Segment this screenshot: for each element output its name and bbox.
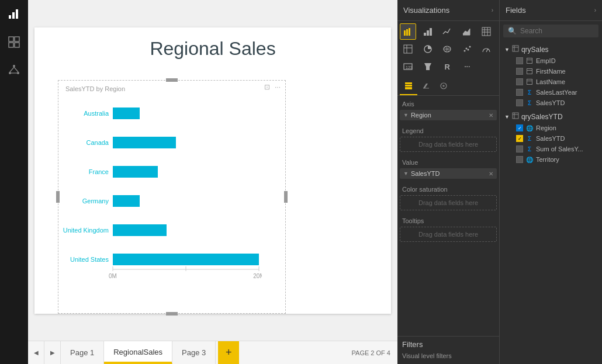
svg-marker-55 [424, 63, 431, 70]
svg-rect-6 [15, 43, 19, 47]
viz-icon-line[interactable] [439, 23, 455, 40]
checkbox-empid[interactable] [516, 57, 523, 64]
more-icon[interactable]: ··· [275, 83, 281, 91]
fields-panel-header: Fields › [500, 0, 602, 21]
tree-item-salesytd-qrysalesytd[interactable]: ✓ Σ SalesYTD [502, 133, 600, 144]
axis-chip-remove[interactable]: ✕ [489, 112, 493, 119]
fields-search[interactable]: 🔍 [503, 25, 598, 37]
right-panels: Visualizations › [397, 0, 602, 364]
svg-text:Australia: Australia [84, 110, 109, 117]
tree-group-qrysalesytd-header[interactable]: ▼ qrySalesYTD [502, 110, 600, 123]
viz-tab-analytics[interactable] [435, 79, 452, 95]
svg-rect-4 [15, 37, 19, 41]
color-saturation-section: Color saturation Drag data fields here [400, 183, 497, 210]
search-icon: 🔍 [508, 27, 517, 35]
bar-chart-svg: Australia Canada France Germany United K… [63, 97, 262, 278]
tree-group-qrysales-header[interactable]: ▼ qrySales [502, 43, 600, 56]
svg-rect-58 [405, 87, 412, 89]
svg-rect-14 [113, 108, 140, 119]
canvas-area: Regional Sales ⊡ ··· SalesYTD by Region … [28, 0, 397, 341]
checkbox-territory[interactable] [516, 156, 523, 163]
svg-rect-0 [9, 15, 11, 19]
filters-section: Filters Visual level filters [397, 336, 499, 364]
checkbox-sumofsalesy[interactable] [516, 145, 523, 152]
tree-item-salesytd-qrysales[interactable]: Σ SalesYTD [502, 98, 600, 108]
fields-panel-title: Fields [506, 6, 526, 15]
report-title: Regional Sales [34, 27, 391, 64]
checkbox-region[interactable]: ✓ [516, 124, 523, 131]
resize-left[interactable] [56, 191, 60, 203]
svg-rect-3 [9, 37, 13, 41]
table-icon-empid [525, 57, 534, 65]
tab-next-button[interactable]: ▶ [44, 341, 61, 364]
svg-rect-42 [404, 45, 412, 53]
chart-container[interactable]: ⊡ ··· SalesYTD by Region Australia Canad… [58, 80, 286, 314]
bottom-tabs: ◀ ▶ Page 1 RegionalSales Page 3 + PAGE 2… [28, 341, 397, 364]
svg-rect-57 [405, 85, 412, 86]
tree-item-firstname[interactable]: FirstName [502, 66, 600, 77]
chip-arrow-icon: ▼ [403, 112, 409, 118]
fields-chevron-icon[interactable]: › [594, 7, 596, 13]
viz-icon-column[interactable] [420, 23, 436, 40]
value-field-chip[interactable]: ▼ SalesYTD ✕ [400, 168, 497, 179]
bar-chart-nav-icon[interactable] [5, 5, 23, 23]
svg-point-61 [443, 85, 444, 86]
viz-chevron-icon[interactable]: › [492, 7, 493, 13]
viz-panel-header: Visualizations › [397, 0, 499, 21]
color-saturation-drag-area[interactable]: Drag data fields here [400, 195, 497, 210]
tab-page3[interactable]: Page 3 [172, 341, 216, 364]
svg-rect-20 [113, 195, 140, 207]
search-input[interactable] [520, 27, 602, 35]
tree-item-sumofsalesy[interactable]: Σ Sum of SalesY... [502, 144, 600, 154]
grid-nav-icon[interactable] [5, 33, 23, 51]
tree-item-lastname[interactable]: LastName [502, 77, 600, 87]
viz-icon-funnel[interactable] [420, 58, 436, 75]
viz-icon-map[interactable] [439, 41, 455, 57]
network-nav-icon[interactable] [5, 61, 23, 79]
viz-icons-grid: 123 R ··· [397, 21, 499, 77]
tab-regionalsales[interactable]: RegionalSales [104, 341, 172, 364]
tree-item-empid[interactable]: EmpID [502, 56, 600, 66]
tree-item-saleslastyear[interactable]: Σ SalesLastYear [502, 87, 600, 98]
expand-icon[interactable]: ⊡ [264, 83, 270, 91]
checkbox-salesytd-qrysalesytd[interactable]: ✓ [516, 135, 523, 142]
value-field-value: SalesYTD [411, 170, 489, 177]
tab-page1[interactable]: Page 1 [61, 341, 104, 364]
tab-add-button[interactable]: + [218, 341, 239, 364]
svg-point-49 [465, 48, 467, 50]
viz-icon-r[interactable]: R [439, 58, 455, 75]
tab-prev-button[interactable]: ◀ [28, 341, 44, 364]
resize-top[interactable] [166, 78, 178, 82]
checkbox-saleslastyear[interactable] [516, 89, 523, 96]
resize-right[interactable] [284, 191, 288, 203]
viz-icon-table[interactable] [478, 23, 494, 40]
table-icon-firstname [525, 67, 534, 75]
resize-bottom[interactable] [166, 312, 178, 316]
viz-tab-fields[interactable] [400, 79, 417, 95]
legend-drag-area[interactable]: Drag data fields here [400, 137, 497, 152]
checkbox-lastname[interactable] [516, 78, 523, 85]
viz-icon-scatter[interactable] [459, 41, 475, 57]
axis-field-chip[interactable]: ▼ Region ✕ [400, 110, 497, 120]
svg-line-10 [10, 67, 14, 72]
tree-item-region[interactable]: ✓ 🌐 Region [502, 123, 600, 133]
table-icon-qrysales [512, 45, 519, 54]
value-chip-remove[interactable]: ✕ [489, 171, 493, 177]
tree-item-territory[interactable]: 🌐 Territory [502, 154, 600, 165]
fields-tree: ▼ qrySales [500, 41, 602, 364]
fields-panel: Fields › 🔍 ▼ [500, 0, 602, 364]
tooltips-drag-area[interactable]: Drag data fields here [400, 227, 497, 242]
viz-icon-area[interactable] [459, 23, 475, 40]
viz-icon-card[interactable]: 123 [400, 58, 416, 75]
legend-section: Legend Drag data fields here [400, 125, 497, 152]
globe-icon-region: 🌐 [525, 124, 534, 132]
viz-icon-more[interactable]: ··· [459, 58, 475, 75]
viz-icon-gauge[interactable] [478, 41, 494, 57]
viz-tab-format[interactable] [417, 79, 435, 95]
checkbox-salesytd-qrysales[interactable] [516, 99, 523, 106]
checkbox-firstname[interactable] [516, 68, 523, 75]
viz-icon-bar[interactable] [400, 23, 416, 40]
viz-icon-pie[interactable] [420, 41, 436, 57]
viz-icon-matrix[interactable] [400, 41, 416, 57]
svg-text:123: 123 [406, 65, 413, 70]
